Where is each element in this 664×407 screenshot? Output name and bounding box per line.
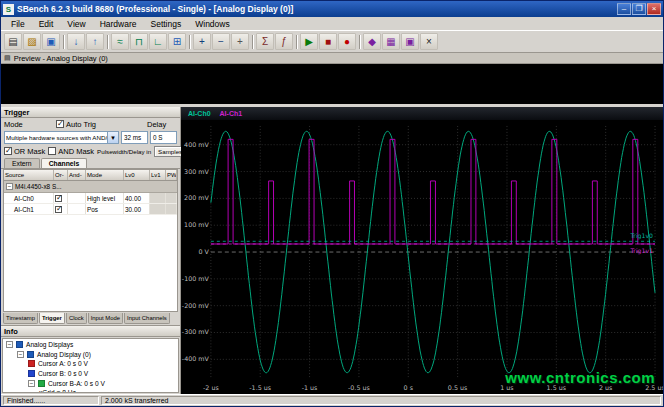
trigger-mode-value: Multiple hardware sources with AND/OR bbox=[5, 134, 107, 141]
preview-display[interactable] bbox=[1, 64, 663, 104]
toolbar-separator bbox=[296, 35, 297, 49]
column-header-and[interactable]: And- bbox=[68, 170, 86, 180]
tree-item-label: Cursor B: 0 s 0 V bbox=[38, 370, 88, 377]
timeout-field[interactable]: 32 ms bbox=[121, 131, 148, 144]
snapshot-icon[interactable]: ▣ bbox=[401, 33, 419, 50]
svg-text:-300 mV: -300 mV bbox=[182, 329, 210, 336]
tree-item[interactable]: xGrid = 8 Hz bbox=[3, 388, 178, 393]
column-header-mode[interactable]: Mode bbox=[86, 170, 124, 180]
checkbox-icon bbox=[4, 147, 12, 155]
zoom-in-icon[interactable]: + bbox=[193, 33, 211, 50]
tree-item[interactable]: Cursor A: 0 s 0 V bbox=[3, 359, 178, 369]
column-header-or[interactable]: Or- bbox=[54, 170, 68, 180]
column-header-lv0[interactable]: Lv0 bbox=[124, 170, 150, 180]
toolbar-separator bbox=[189, 35, 190, 49]
zoom-out-icon[interactable]: − bbox=[212, 33, 230, 50]
trigger-panel: Trigger Mode Auto Trig Delay Multiple ha… bbox=[1, 107, 180, 325]
svg-text:100 mV: 100 mV bbox=[184, 221, 209, 228]
tree-item[interactable]: −Analog Display (0) bbox=[3, 350, 178, 360]
tab-trigger[interactable]: Trigger bbox=[39, 313, 65, 324]
close-display-icon[interactable]: × bbox=[420, 33, 438, 50]
save-icon[interactable]: ▣ bbox=[42, 33, 60, 50]
tool-a-icon[interactable]: ◆ bbox=[363, 33, 381, 50]
chevron-down-icon[interactable]: ▾ bbox=[107, 132, 118, 143]
svg-text:-400 mV: -400 mV bbox=[182, 355, 210, 362]
cell-and[interactable] bbox=[68, 193, 86, 203]
tree-item[interactable]: Cursor B: 0 s 0 V bbox=[3, 369, 178, 379]
cell-or[interactable] bbox=[54, 204, 68, 214]
menu-hardware[interactable]: Hardware bbox=[94, 19, 143, 29]
close-button[interactable]: × bbox=[647, 3, 661, 15]
menu-edit[interactable]: Edit bbox=[33, 19, 60, 29]
tab-clock[interactable]: Clock bbox=[66, 313, 87, 324]
svg-text:0.5 us: 0.5 us bbox=[448, 384, 468, 391]
tab-input-channels[interactable]: Input Channels bbox=[124, 313, 170, 324]
tree-expander-icon[interactable]: − bbox=[6, 183, 13, 190]
cell-and[interactable] bbox=[68, 204, 86, 214]
svg-text:400 mV: 400 mV bbox=[184, 141, 209, 148]
or-checkbox-icon[interactable] bbox=[55, 206, 62, 213]
cell-lv0[interactable]: 30.00 bbox=[124, 204, 150, 214]
tree-expander-icon[interactable]: − bbox=[6, 341, 13, 348]
tree-expander-icon[interactable]: − bbox=[17, 351, 24, 358]
svg-text:0 s: 0 s bbox=[404, 384, 413, 391]
export-icon[interactable]: ↑ bbox=[86, 33, 104, 50]
menu-settings[interactable]: Settings bbox=[145, 19, 188, 29]
tree-item[interactable]: −Analog Displays bbox=[3, 340, 178, 350]
stop-icon[interactable]: ■ bbox=[319, 33, 337, 50]
column-header-lv1[interactable]: Lv1 bbox=[150, 170, 166, 180]
cursor-icon[interactable]: + bbox=[231, 33, 249, 50]
xy-display-icon[interactable]: ∟ bbox=[149, 33, 167, 50]
menu-view[interactable]: View bbox=[61, 19, 91, 29]
cell-source: AI-Ch1 bbox=[4, 204, 54, 214]
cell-or[interactable] bbox=[54, 193, 68, 203]
or-checkbox-icon[interactable] bbox=[55, 195, 62, 202]
restore-button[interactable]: ❐ bbox=[632, 3, 646, 15]
table-group-row[interactable]: −M4i.4450-x8 S... bbox=[4, 181, 177, 193]
new-file-icon[interactable]: ▤ bbox=[4, 33, 22, 50]
cell-lv0[interactable]: 40.00 bbox=[124, 193, 150, 203]
trigger-mode-select[interactable]: Multiple hardware sources with AND/OR ▾ bbox=[4, 131, 119, 144]
table-row[interactable]: AI-Ch0High level40.00 bbox=[4, 193, 177, 204]
digital-display-icon[interactable]: ⊓ bbox=[130, 33, 148, 50]
sum-function-icon[interactable]: Σ bbox=[256, 33, 274, 50]
import-icon[interactable]: ↓ bbox=[67, 33, 85, 50]
tab-channels[interactable]: Channels bbox=[41, 158, 88, 168]
title-bar: S SBench 6.2.3 build 8680 (Professional … bbox=[1, 1, 663, 17]
delay-field[interactable]: 0 S bbox=[150, 131, 177, 144]
tree-item[interactable]: −Cursor B-A: 0 s 0 V bbox=[3, 378, 178, 388]
record-icon[interactable]: ● bbox=[338, 33, 356, 50]
table-row[interactable]: AI-Ch1Pos30.00 bbox=[4, 204, 177, 215]
toolbar-separator bbox=[359, 35, 360, 49]
delay-label: Delay bbox=[147, 120, 177, 129]
start-icon[interactable]: ▶ bbox=[300, 33, 318, 50]
analog-display-icon[interactable]: ≈ bbox=[111, 33, 129, 50]
minimize-button[interactable]: – bbox=[617, 3, 631, 15]
auto-trig-checkbox[interactable]: Auto Trig bbox=[56, 120, 147, 129]
tab-extern[interactable]: Extern bbox=[4, 158, 40, 168]
column-header-source[interactable]: Source bbox=[4, 170, 54, 180]
cursor-a-icon bbox=[28, 360, 35, 367]
column-header-pw[interactable]: PW bbox=[166, 170, 177, 180]
info-panel-header[interactable]: Info bbox=[1, 326, 180, 337]
chart-region: AI-Ch0AI-Ch1 -2 us-1.5 us-1 us-0.5 us0 s… bbox=[181, 107, 663, 394]
tool-b-icon[interactable]: ▦ bbox=[382, 33, 400, 50]
display-icon bbox=[27, 351, 34, 358]
menu-windows[interactable]: Windows bbox=[189, 19, 235, 29]
checkbox-icon bbox=[56, 120, 64, 128]
multi-display-icon[interactable]: ⊞ bbox=[168, 33, 186, 50]
open-file-icon[interactable]: ▨ bbox=[23, 33, 41, 50]
and-mask-checkbox[interactable]: AND Mask bbox=[48, 147, 94, 156]
cell-lv1 bbox=[150, 204, 166, 214]
tab-timestamp[interactable]: Timestamp bbox=[3, 313, 38, 324]
chart-svg[interactable]: -2 us-1.5 us-1 us-0.5 us0 s0.5 us1 us1.5… bbox=[181, 120, 663, 394]
tree-expander-icon[interactable]: − bbox=[28, 380, 35, 387]
menu-file[interactable]: File bbox=[5, 19, 31, 29]
fft-function-icon[interactable]: ƒ bbox=[275, 33, 293, 50]
or-mask-checkbox[interactable]: OR Mask bbox=[4, 147, 45, 156]
tab-input-mode[interactable]: Input Mode bbox=[88, 313, 123, 324]
preview-header[interactable]: ▤ Preview - Analog Display (0) bbox=[1, 53, 663, 64]
trigger-panel-header[interactable]: Trigger bbox=[1, 107, 180, 118]
cell-mode[interactable]: Pos bbox=[86, 204, 124, 214]
cell-mode[interactable]: High level bbox=[86, 193, 124, 203]
